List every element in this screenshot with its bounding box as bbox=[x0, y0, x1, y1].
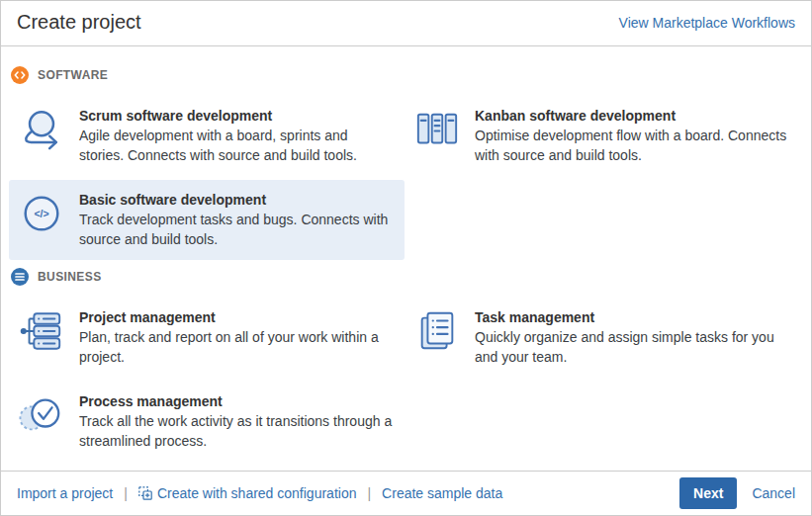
card-description: Optimise development flow with a board. … bbox=[475, 126, 791, 165]
card-title: Process management bbox=[79, 393, 395, 409]
page-title: Create project bbox=[17, 11, 141, 34]
project-type-card-project-management[interactable]: Project management Plan, track and repor… bbox=[9, 298, 405, 378]
project-type-list: SOFTWARE Scrum software development Agil… bbox=[1, 46, 811, 471]
footer-separator: | bbox=[367, 485, 371, 501]
task-list-pages-icon bbox=[414, 308, 462, 356]
card-title: Task management bbox=[475, 309, 791, 325]
code-circle-icon: </> bbox=[19, 191, 66, 238]
create-sample-data-link[interactable]: Create sample data bbox=[382, 485, 502, 501]
project-type-card-scrum[interactable]: Scrum software development Agile develop… bbox=[9, 96, 405, 176]
shared-configuration-icon bbox=[138, 486, 152, 500]
dialog-footer: Import a project | Create with shared co… bbox=[1, 471, 811, 515]
scrum-loop-icon bbox=[19, 107, 66, 154]
create-with-shared-configuration-link[interactable]: Create with shared configuration bbox=[138, 485, 357, 501]
dialog-header: Create project View Marketplace Workflow… bbox=[1, 1, 811, 46]
card-description: Agile development with a board, sprints … bbox=[79, 126, 395, 165]
kanban-columns-icon bbox=[414, 107, 462, 154]
business-cards-grid: Project management Plan, track and repor… bbox=[9, 298, 801, 462]
card-title: Project management bbox=[79, 309, 395, 325]
card-description: Track development tasks and bugs. Connec… bbox=[79, 210, 395, 249]
view-marketplace-workflows-link[interactable]: View Marketplace Workflows bbox=[619, 15, 795, 31]
card-title: Scrum software development bbox=[79, 108, 395, 124]
project-type-card-task-management[interactable]: Task management Quickly organize and ass… bbox=[405, 298, 801, 378]
hierarchy-tree-icon bbox=[19, 308, 66, 356]
card-description: Plan, track and report on all of your wo… bbox=[79, 327, 395, 367]
section-header-software: SOFTWARE bbox=[11, 66, 801, 84]
project-type-card-basic[interactable]: </> Basic software development Track dev… bbox=[9, 180, 405, 260]
card-description: Track all the work activity as it transi… bbox=[79, 411, 395, 451]
card-title: Kanban software development bbox=[475, 108, 791, 124]
cancel-link[interactable]: Cancel bbox=[752, 485, 795, 501]
section-label-business: BUSINESS bbox=[38, 270, 102, 284]
code-brackets-badge-icon bbox=[11, 66, 29, 84]
section-header-business: BUSINESS bbox=[11, 268, 801, 286]
card-description: Quickly organize and assign simple tasks… bbox=[475, 327, 791, 367]
card-title: Basic software development bbox=[79, 192, 395, 208]
footer-separator: | bbox=[124, 485, 128, 501]
software-cards-grid: Scrum software development Agile develop… bbox=[9, 96, 801, 260]
project-type-card-process-management[interactable]: Process management Track all the work ac… bbox=[9, 382, 405, 462]
project-type-card-kanban[interactable]: Kanban software development Optimise dev… bbox=[405, 96, 801, 176]
create-project-dialog: Create project View Marketplace Workflow… bbox=[0, 0, 812, 516]
list-lines-badge-icon bbox=[11, 268, 29, 286]
svg-text:</>: </> bbox=[34, 208, 48, 219]
section-label-software: SOFTWARE bbox=[38, 68, 108, 82]
next-button[interactable]: Next bbox=[679, 477, 737, 509]
import-a-project-link[interactable]: Import a project bbox=[17, 485, 113, 501]
process-checkmark-icon bbox=[19, 392, 66, 440]
